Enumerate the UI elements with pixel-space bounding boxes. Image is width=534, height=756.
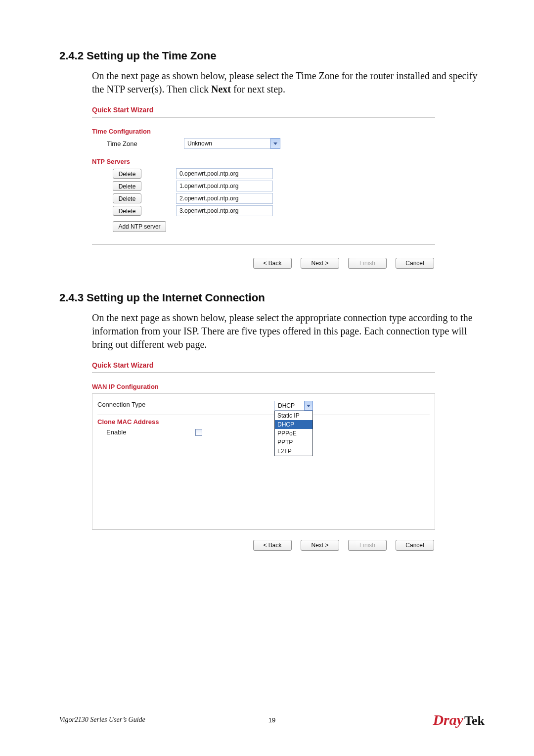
add-ntp-server-button[interactable]: Add NTP server [113, 221, 166, 232]
divider [92, 372, 435, 373]
delete-button[interactable]: Delete [113, 169, 141, 179]
brand-logo: Dray Tek [433, 711, 485, 728]
wizard-wan-config: Quick Start Wizard WAN IP Configuration … [92, 360, 435, 551]
footer-page-number: 19 [268, 716, 275, 724]
ntp-row: Delete 3.openwrt.pool.ntp.org [107, 205, 435, 216]
dropdown-option-l2tp[interactable]: L2TP [275, 447, 312, 456]
wizard-section-label: Time Configuration [92, 128, 435, 135]
text: for next step. [231, 84, 285, 94]
section-paragraph-242: On the next page as shown below, please … [92, 69, 485, 96]
ntp-row: Delete 1.openwrt.pool.ntp.org [107, 181, 435, 191]
divider [92, 117, 435, 118]
section-heading-243: 2.4.3 Setting up the Internet Connection [59, 291, 485, 304]
brand-text-dray: Dray [433, 711, 463, 728]
cancel-button[interactable]: Cancel [396, 258, 434, 269]
next-button[interactable]: Next > [301, 258, 339, 269]
connection-type-value: DHCP [274, 401, 304, 411]
connection-type-select[interactable]: DHCP [274, 401, 313, 411]
delete-button[interactable]: Delete [113, 193, 141, 203]
chevron-down-icon[interactable] [270, 138, 280, 149]
next-button[interactable]: Next > [301, 540, 339, 551]
wizard-button-bar: < Back Next > Finish Cancel [92, 255, 435, 269]
enable-checkbox[interactable] [195, 429, 202, 436]
back-button[interactable]: < Back [253, 540, 292, 551]
wizard-time-config: Quick Start Wizard Time Configuration Ti… [92, 105, 435, 269]
timezone-label: Time Zone [107, 140, 156, 147]
wizard-button-bar: < Back Next > Finish Cancel [92, 537, 435, 551]
dropdown-option-pppoe[interactable]: PPPoE [275, 429, 312, 438]
timezone-select[interactable]: Unknown [184, 138, 280, 149]
dropdown-option-static-ip[interactable]: Static IP [275, 411, 312, 420]
delete-button[interactable]: Delete [113, 181, 141, 191]
chevron-down-icon[interactable] [304, 401, 313, 411]
ntp-servers-heading: NTP Servers [92, 158, 435, 165]
delete-button[interactable]: Delete [113, 206, 141, 216]
wan-panel: Connection Type DHCP Static IP DHCP PPPo… [92, 393, 435, 529]
wizard-section-label: WAN IP Configuration [92, 383, 435, 390]
wizard-title: Quick Start Wizard [92, 105, 435, 117]
cancel-button[interactable]: Cancel [396, 540, 434, 551]
section-paragraph-243: On the next page as shown below, please … [92, 311, 485, 351]
dropdown-option-pptp[interactable]: PPTP [275, 438, 312, 447]
connection-type-dropdown[interactable]: Static IP DHCP PPPoE PPTP L2TP [274, 411, 313, 456]
ntp-server-input[interactable]: 2.openwrt.pool.ntp.org [176, 193, 273, 204]
clone-mac-heading: Clone MAC Address [97, 418, 430, 425]
page-footer: Vigor2130 Series User’s Guide 19 Dray Te… [59, 711, 485, 728]
finish-button: Finish [348, 258, 387, 269]
ntp-server-input[interactable]: 1.openwrt.pool.ntp.org [176, 181, 273, 191]
finish-button: Finish [348, 540, 387, 551]
ntp-server-input[interactable]: 3.openwrt.pool.ntp.org [176, 205, 273, 216]
dropdown-option-dhcp[interactable]: DHCP [275, 420, 312, 429]
section-heading-242: 2.4.2 Setting up the Time Zone [59, 49, 485, 62]
ntp-server-input[interactable]: 0.openwrt.pool.ntp.org [176, 168, 273, 179]
back-button[interactable]: < Back [253, 258, 292, 269]
text-bold-next: Next [211, 84, 231, 94]
footer-guide-title: Vigor2130 Series User’s Guide [59, 716, 145, 724]
divider [92, 529, 435, 530]
ntp-row: Delete 0.openwrt.pool.ntp.org [107, 168, 435, 179]
connection-type-label: Connection Type [97, 401, 270, 408]
divider [92, 244, 435, 245]
brand-text-tek: Tek [464, 713, 485, 728]
wizard-title: Quick Start Wizard [92, 360, 435, 372]
enable-label: Enable [106, 428, 190, 436]
ntp-row: Delete 2.openwrt.pool.ntp.org [107, 193, 435, 204]
timezone-select-value: Unknown [184, 138, 270, 149]
